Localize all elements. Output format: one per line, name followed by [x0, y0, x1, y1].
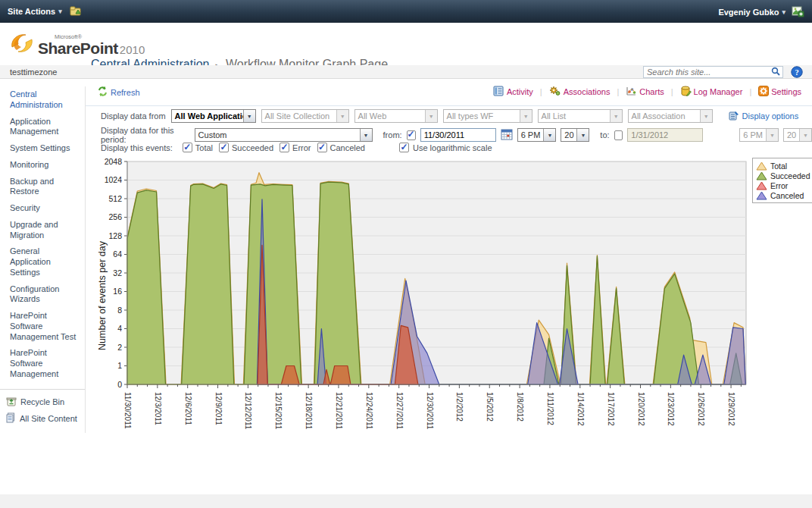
to-checkbox[interactable] [614, 130, 623, 140]
from-hour-value: 6 PM [518, 130, 544, 140]
dropdown-arrow-icon: ▼ [520, 110, 532, 122]
chart-legend: TotalSucceededErrorCanceled [752, 158, 812, 203]
y-tick-label: 0 [117, 380, 122, 389]
x-tick-label: 12/21/2011 [335, 392, 343, 430]
x-tick-label: 12/30/2011 [426, 392, 434, 430]
associations-button[interactable]: Associations [549, 86, 611, 98]
user-menu[interactable]: Evgeniy Gubko ▾ [718, 8, 785, 17]
events-label: Display this events: [101, 143, 173, 152]
from-checkbox[interactable]: ✓ [407, 130, 416, 140]
legend-item-error: Error [756, 180, 810, 190]
sidebar-item-system-settings[interactable]: System Settings [0, 140, 85, 157]
all-association-select[interactable]: All Association▼ [628, 109, 713, 123]
x-tick-label: 11/30/2011 [123, 392, 132, 429]
y-tick-label: 4 [117, 324, 122, 333]
sidebar-item-general-application-settings[interactable]: General Application Settings [0, 243, 85, 281]
to-label: to: [600, 130, 609, 140]
site-actions-menu[interactable]: Site Actions ▾ [8, 7, 62, 16]
to-minute-select[interactable]: 20▼ [783, 128, 812, 142]
toolbar-separator: | [671, 87, 673, 96]
y-tick-label: 16 [113, 287, 122, 296]
total-checkbox[interactable]: ✓ [183, 143, 192, 152]
refresh-icon [98, 86, 108, 98]
all-site-collection-select[interactable]: All Site Collection▼ [261, 109, 349, 123]
from-date-input[interactable] [420, 128, 496, 142]
navigate-up-icon[interactable] [70, 5, 82, 17]
sidebar-item-upgrade-and-migration[interactable]: Upgrade and Migration [0, 217, 85, 244]
to-hour-value: 6 PM [740, 130, 766, 140]
display-options-icon [729, 111, 739, 122]
dropdown-arrow-icon: ▼ [336, 110, 348, 122]
dropdown-arrow-icon: ▼ [610, 110, 622, 122]
personal-view-icon[interactable] [792, 5, 804, 19]
y-axis-label: Number of events per day [97, 240, 108, 350]
user-name: Evgeniy Gubko [718, 8, 779, 17]
help-icon[interactable]: ? [791, 66, 803, 78]
legend-triangle-icon [756, 161, 767, 171]
sidebar-item-central-administration[interactable]: Central Administration [0, 86, 85, 114]
sidebar-item-all-site-content[interactable]: All Site Content [0, 410, 85, 427]
all-types-wf-select[interactable]: All types WF▼ [443, 109, 532, 123]
associations-icon [549, 86, 561, 98]
filter-row-events: Display this events: ✓Total✓Succeeded✓Er… [101, 143, 492, 152]
search-input[interactable] [644, 67, 769, 77]
error-checkbox[interactable]: ✓ [280, 143, 289, 152]
y-tick-label: 512 [108, 194, 122, 203]
site-actions-label: Site Actions [8, 7, 55, 16]
x-tick-label: 12/12/2011 [244, 392, 252, 430]
left-navigation: Central AdministrationApplication Manage… [0, 79, 86, 433]
search-box [643, 66, 783, 78]
chart-toolbar: Refresh Activity|Associations|Charts|Log… [86, 79, 812, 106]
dropdown-arrow-icon: ▼ [243, 110, 255, 122]
search-icon[interactable] [769, 67, 782, 77]
sidebar-item-recycle-bin[interactable]: Recycle Bin [0, 394, 85, 410]
display-data-from-label: Display data from [101, 111, 166, 121]
sidebar-item-harepoint-software-management-test[interactable]: HarePoint Software Management Test [0, 308, 85, 345]
x-tick-label: 1/26/2012 [697, 392, 705, 426]
dropdown-arrow-icon: ▼ [425, 110, 437, 122]
site-tab-testtimezone[interactable]: testtimezone [10, 67, 57, 77]
toolbar-separator: | [749, 87, 751, 96]
from-minute-select[interactable]: 20▼ [561, 128, 589, 142]
all-site-content-icon [6, 412, 16, 425]
canceled-checkbox[interactable]: ✓ [317, 143, 327, 152]
legend-triangle-icon [756, 181, 767, 190]
sidebar-item-application-management[interactable]: Application Management [0, 114, 85, 141]
from-minute-value: 20 [561, 130, 576, 140]
legend-item-succeeded: Succeeded [756, 171, 810, 180]
log-scale-checkbox[interactable]: ✓ [399, 143, 409, 152]
display-options-link[interactable]: Display options [729, 111, 799, 122]
calendar-icon[interactable] [501, 129, 513, 142]
charts-button[interactable]: Charts [626, 86, 664, 98]
y-tick-label: 1 [117, 361, 122, 370]
sidebar-item-monitoring[interactable]: Monitoring [0, 157, 85, 174]
tab-row: testtimezone ? [0, 65, 812, 79]
all-web-application-select[interactable]: All Web Application▼ [171, 109, 256, 123]
log-manager-button[interactable]: Log Manager [680, 86, 743, 98]
sidebar-item-backup-and-restore[interactable]: Backup and Restore [0, 174, 85, 201]
refresh-button[interactable]: Refresh [98, 86, 140, 98]
sidebar-item-harepoint-software-management[interactable]: HarePoint Software Management [0, 345, 85, 382]
all-web-select[interactable]: All Web▼ [354, 109, 438, 123]
succeeded-checkbox[interactable]: ✓ [219, 143, 229, 152]
legend-item-total: Total [756, 161, 810, 171]
to-date-input[interactable] [627, 128, 703, 142]
y-tick-label: 256 [108, 212, 122, 221]
activity-button[interactable]: Activity [493, 86, 533, 98]
all-list-select[interactable]: All List▼ [538, 109, 623, 123]
to-hour-select[interactable]: 6 PM▼ [739, 128, 779, 142]
from-hour-select[interactable]: 6 PM▼ [517, 128, 557, 142]
settings-button[interactable]: Settings [758, 86, 801, 98]
chevron-down-icon: ▾ [782, 8, 785, 16]
x-tick-label: 1/11/2012 [546, 392, 554, 425]
y-tick-label: 2048 [105, 157, 123, 166]
x-tick-label: 1/2/2012 [455, 392, 464, 422]
toolbar-separator: | [540, 87, 542, 96]
sidebar-item-security[interactable]: Security [0, 200, 85, 217]
period-select[interactable]: Custom▼ [195, 128, 373, 142]
chart-plot-area: 012481632641282565121024204811/30/201112… [96, 155, 759, 489]
sidebar-item-configuration-wizards[interactable]: Configuration Wizards [0, 281, 85, 309]
toolbar-separator: | [617, 87, 619, 96]
period-value: Custom [195, 130, 360, 140]
legend-item-canceled: Canceled [756, 190, 810, 200]
